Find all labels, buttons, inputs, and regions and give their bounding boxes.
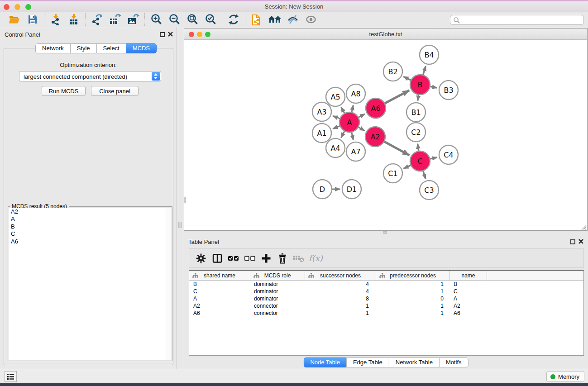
selected-option: largest connected component (directed) <box>24 73 127 80</box>
result-item[interactable]: C <box>9 230 165 238</box>
run-mcds-button[interactable]: Run MCDS <box>42 86 86 96</box>
result-item[interactable]: A <box>9 215 165 223</box>
table-cell[interactable]: A6 <box>189 310 250 317</box>
result-item[interactable]: A2 <box>9 208 165 215</box>
table-cell[interactable]: 1 <box>376 310 450 317</box>
tab-select[interactable]: Select <box>96 43 126 53</box>
table-cell[interactable]: 1 <box>376 302 450 310</box>
import-network-icon[interactable] <box>47 13 65 26</box>
delete-column-icon[interactable] <box>274 251 291 266</box>
table-cell[interactable]: 0 <box>376 295 450 302</box>
gear-icon[interactable] <box>193 251 209 266</box>
tab-network-table[interactable]: Network Table <box>389 357 440 367</box>
show-icon[interactable] <box>302 13 320 26</box>
memory-button[interactable]: Memory <box>546 371 584 382</box>
export-table-icon[interactable] <box>106 13 124 26</box>
horizontal-splitter-handle[interactable] <box>383 231 387 234</box>
columns-icon[interactable] <box>209 251 225 266</box>
result-scrollbar[interactable] <box>165 208 171 360</box>
table-cell[interactable]: 4 <box>305 281 376 288</box>
unselect-all-icon[interactable] <box>242 251 258 266</box>
column-label: name <box>461 272 475 279</box>
tab-edge-table[interactable]: Edge Table <box>346 357 389 367</box>
table-cell[interactable]: 1 <box>376 288 450 295</box>
export-image-icon[interactable] <box>124 13 142 26</box>
vertical-splitter-handle[interactable] <box>178 222 182 228</box>
table-row[interactable]: Cdominator41C <box>189 288 583 295</box>
search-input[interactable] <box>462 16 580 24</box>
tab-style[interactable]: Style <box>70 43 97 53</box>
close-panel-icon[interactable] <box>168 32 173 37</box>
save-icon[interactable] <box>24 13 42 26</box>
table-cell[interactable]: A2 <box>189 302 250 310</box>
table-row[interactable]: A6connector11A6 <box>189 310 583 317</box>
table-cell[interactable]: C <box>189 288 250 295</box>
table-row[interactable]: A2connector11A2 <box>189 302 583 310</box>
column-header-mcds-role[interactable]: MCDS role <box>250 271 305 280</box>
mcds-result-list[interactable]: A2ABCA6 <box>9 208 165 360</box>
overview-icon[interactable] <box>266 13 284 26</box>
task-history-button[interactable] <box>5 371 17 382</box>
hide-icon[interactable] <box>284 13 302 26</box>
table-cell[interactable]: dominator <box>250 288 305 295</box>
table-cell[interactable]: connector <box>250 310 305 317</box>
table-cell[interactable]: A <box>189 295 250 302</box>
zoom-in-icon[interactable] <box>147 13 165 26</box>
zoom-out-icon[interactable] <box>165 13 183 26</box>
table-cell[interactable]: dominator <box>250 295 305 302</box>
graph-nodes[interactable]: B4B2BB3A8A5A6A3B1AC2A1A2A4A7C4CC1DD1C3 <box>312 45 458 200</box>
table-row[interactable]: Bdominator41B <box>189 281 583 288</box>
add-column-icon[interactable] <box>258 251 274 266</box>
result-item[interactable]: A6 <box>9 238 165 245</box>
toolbar-separator <box>144 13 145 26</box>
table-cell[interactable]: B <box>450 281 487 288</box>
import-table-icon[interactable] <box>65 13 83 26</box>
table-cell[interactable]: A <box>450 295 487 302</box>
table-cell[interactable]: connector <box>250 302 305 310</box>
column-header-successor-nodes[interactable]: successor nodes <box>305 271 376 280</box>
tab-motifs[interactable]: Motifs <box>439 357 468 367</box>
table-row[interactable]: Adominator80A <box>189 295 583 302</box>
network-left-handle[interactable] <box>184 197 186 203</box>
column-label: successor nodes <box>320 272 361 279</box>
select-all-icon[interactable] <box>225 251 242 266</box>
table-cell[interactable]: 4 <box>305 288 376 295</box>
tab-mcds[interactable]: MCDS <box>126 43 157 53</box>
graph-node-label: C2 <box>411 128 421 137</box>
zoom-selected-icon[interactable] <box>201 13 220 26</box>
close-panel-button[interactable]: Close panel <box>91 86 139 96</box>
column-header-predecessor-nodes[interactable]: predecessor nodes <box>376 271 450 280</box>
table-cell[interactable]: A6 <box>450 310 487 317</box>
export-network-icon[interactable] <box>88 13 106 26</box>
tab-network[interactable]: Network <box>35 43 71 53</box>
float-panel-icon[interactable] <box>160 32 165 37</box>
table-cell[interactable]: 1 <box>305 302 376 310</box>
table-cell[interactable]: 1 <box>376 281 450 288</box>
table-body[interactable]: Bdominator41BCdominator41CAdominator80AA… <box>189 281 583 317</box>
optimization-criterion-select[interactable]: largest connected component (directed) <box>19 71 161 81</box>
delete-table-icon[interactable] <box>291 251 307 266</box>
network-file-icon[interactable] <box>248 13 266 26</box>
column-header-shared-name[interactable]: shared name <box>189 271 250 280</box>
network-canvas[interactable]: B4B2BB3A8A5A6A3B1AC2A1A2A4A7C4CC1DD1C3 <box>184 40 587 230</box>
resize-grip-icon[interactable] <box>581 224 587 230</box>
float-table-panel-icon[interactable] <box>570 239 575 244</box>
result-item[interactable]: B <box>9 223 165 230</box>
graph-node-label: A3 <box>317 108 326 116</box>
function-icon[interactable]: f(x) <box>309 253 323 263</box>
network-window-titlebar[interactable]: testGlobe.txt <box>184 29 587 40</box>
list-icon <box>7 373 14 380</box>
close-table-panel-icon[interactable] <box>578 239 583 244</box>
table-cell[interactable]: B <box>189 281 250 288</box>
table-cell[interactable]: 1 <box>305 310 376 317</box>
table-cell[interactable]: 8 <box>305 295 376 302</box>
refresh-icon[interactable] <box>225 13 243 26</box>
tab-node-table[interactable]: Node Table <box>303 357 347 367</box>
zoom-fit-icon[interactable] <box>183 13 201 26</box>
table-cell[interactable]: dominator <box>250 281 305 288</box>
column-header-name[interactable]: name <box>450 271 487 280</box>
graph-node-label: B4 <box>424 51 434 59</box>
table-cell[interactable]: A2 <box>450 302 487 310</box>
table-cell[interactable]: C <box>450 288 487 295</box>
open-icon[interactable] <box>5 13 24 26</box>
